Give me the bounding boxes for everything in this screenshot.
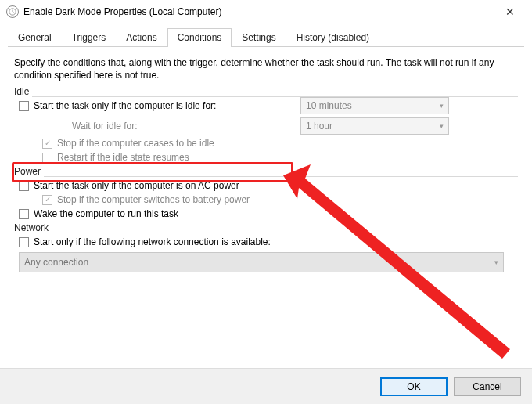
- tab-conditions[interactable]: Conditions: [167, 28, 232, 47]
- checkbox-start-idle[interactable]: [19, 101, 29, 111]
- label-restart-idle: Restart if the idle state resumes: [57, 152, 189, 163]
- close-button[interactable]: ✕: [494, 0, 526, 23]
- tab-general[interactable]: General: [8, 28, 62, 47]
- combo-idle-duration: 10 minutes ▾: [300, 97, 449, 114]
- label-stop-not-idle: Stop if the computer ceases to be idle: [57, 138, 214, 149]
- chevron-down-icon: ▾: [494, 258, 498, 266]
- cancel-button[interactable]: Cancel: [454, 377, 521, 396]
- checkbox-start-network[interactable]: [19, 237, 29, 247]
- label-start-ac: Start the task only if the computer is o…: [34, 180, 239, 191]
- label-start-idle: Start the task only if the computer is i…: [34, 100, 216, 111]
- checkbox-wake[interactable]: [19, 209, 29, 219]
- label-start-network: Start only if the following network conn…: [34, 236, 271, 247]
- dialog-footer: OK Cancel: [0, 368, 532, 404]
- label-wait-for-idle: Wait for idle for:: [72, 121, 300, 132]
- tab-settings[interactable]: Settings: [232, 28, 286, 47]
- tab-triggers[interactable]: Triggers: [62, 28, 117, 47]
- combo-network-connection: Any connection ▾: [19, 252, 504, 272]
- label-stop-battery: Stop if the computer switches to battery…: [57, 194, 250, 205]
- window-title: Enable Dark Mode Properties (Local Compu…: [23, 6, 494, 17]
- combo-wait-duration: 1 hour ▾: [300, 117, 449, 135]
- section-idle-label: Idle: [14, 86, 29, 97]
- tab-actions[interactable]: Actions: [116, 28, 167, 47]
- label-wake: Wake the computer to run this task: [34, 208, 178, 219]
- task-scheduler-icon: [6, 5, 19, 18]
- chevron-down-icon: ▾: [440, 122, 444, 130]
- conditions-panel: Specify the conditions that, along with …: [0, 47, 532, 280]
- description-text: Specify the conditions that, along with …: [14, 56, 518, 81]
- checkbox-stop-battery: [42, 195, 52, 205]
- section-network-label: Network: [14, 222, 49, 233]
- tab-strip: General Triggers Actions Conditions Sett…: [0, 23, 532, 47]
- ok-button[interactable]: OK: [380, 377, 448, 396]
- checkbox-restart-idle: [42, 153, 52, 163]
- tab-history[interactable]: History (disabled): [286, 28, 379, 47]
- titlebar: Enable Dark Mode Properties (Local Compu…: [0, 0, 532, 23]
- section-power-label: Power: [14, 166, 41, 177]
- chevron-down-icon: ▾: [440, 102, 444, 110]
- checkbox-start-ac[interactable]: [19, 181, 29, 191]
- checkbox-stop-not-idle: [42, 139, 52, 149]
